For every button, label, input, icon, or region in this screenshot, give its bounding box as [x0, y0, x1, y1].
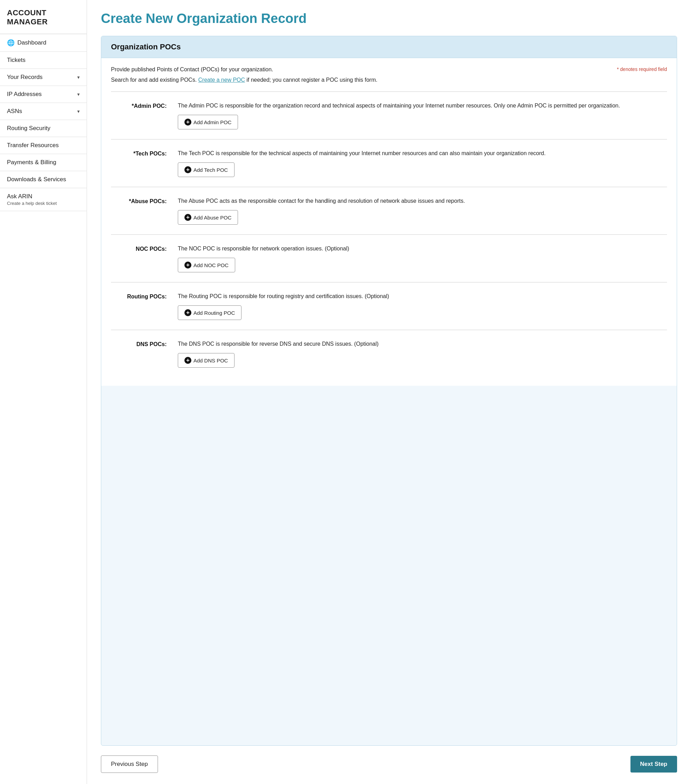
poc-sections-container: *Admin POC:The Admin POC is responsible … — [111, 91, 667, 377]
poc-section-noc-poc: NOC POCs:The NOC POC is responsible for … — [111, 234, 667, 282]
add-routing-poc-label: Add Routing POC — [193, 310, 235, 316]
poc-section-dns-poc: DNS POCs:The DNS POC is responsible for … — [111, 330, 667, 377]
poc-section-admin-poc: *Admin POC:The Admin POC is responsible … — [111, 91, 667, 139]
poc-content-admin-poc: The Admin POC is responsible for the org… — [178, 102, 667, 129]
poc-content-routing-poc: The Routing POC is responsible for routi… — [178, 292, 667, 320]
sidebar-item-your-records[interactable]: Your Records ▾ — [0, 69, 87, 86]
sidebar-item-ask-arin[interactable]: Ask ARIN Create a help desk ticket — [0, 188, 87, 211]
sidebar-item-payments-billing[interactable]: Payments & Billing — [0, 154, 87, 171]
previous-step-button[interactable]: Previous Step — [101, 756, 158, 773]
poc-content-tech-poc: The Tech POC is responsible for the tech… — [178, 149, 667, 177]
add-dns-poc-button[interactable]: +Add DNS POC — [178, 353, 234, 368]
poc-label-admin-poc: *Admin POC: — [111, 102, 174, 129]
plus-circle-icon: + — [185, 214, 191, 221]
main-content: Create New Organization Record Organizat… — [87, 0, 691, 784]
poc-description-dns-poc: The DNS POC is responsible for reverse D… — [178, 340, 667, 348]
poc-label-noc-poc: NOC POCs: — [111, 245, 174, 272]
chevron-down-icon: ▾ — [77, 91, 80, 97]
organization-pocs-card: Organization POCs Provide published Poin… — [101, 36, 677, 746]
sidebar-item-ip-addresses[interactable]: IP Addresses ▾ — [0, 86, 87, 103]
plus-circle-icon: + — [185, 119, 191, 125]
sidebar-nav: 🌐 Dashboard Tickets Your Records ▾ IP Ad… — [0, 34, 87, 211]
page-title: Create New Organization Record — [101, 11, 677, 26]
search-text: Search for and add existing POCs. Create… — [111, 77, 667, 83]
poc-label-routing-poc: Routing POCs: — [111, 292, 174, 320]
poc-label-abuse-poc: *Abuse POCs: — [111, 197, 174, 225]
poc-description-tech-poc: The Tech POC is responsible for the tech… — [178, 149, 667, 158]
card-header: Organization POCs — [101, 36, 677, 58]
add-abuse-poc-label: Add Abuse POC — [193, 215, 231, 221]
sidebar-item-dashboard[interactable]: 🌐 Dashboard — [0, 34, 87, 52]
card-body: Provide published Points of Contact (POC… — [101, 58, 677, 386]
intro-text: Provide published Points of Contact (POC… — [111, 66, 610, 73]
poc-section-abuse-poc: *Abuse POCs:The Abuse POC acts as the re… — [111, 187, 667, 234]
required-note: * denotes required field — [617, 66, 667, 72]
add-dns-poc-label: Add DNS POC — [193, 357, 228, 364]
add-admin-poc-button[interactable]: +Add Admin POC — [178, 115, 238, 129]
poc-description-noc-poc: The NOC POC is responsible for network o… — [178, 245, 667, 253]
add-tech-poc-label: Add Tech POC — [193, 167, 228, 173]
sidebar: ACCOUNT MANAGER 🌐 Dashboard Tickets Your… — [0, 0, 87, 784]
sidebar-item-asns[interactable]: ASNs ▾ — [0, 103, 87, 120]
poc-section-routing-poc: Routing POCs:The Routing POC is responsi… — [111, 282, 667, 330]
poc-description-routing-poc: The Routing POC is responsible for routi… — [178, 292, 667, 301]
poc-content-dns-poc: The DNS POC is responsible for reverse D… — [178, 340, 667, 368]
poc-content-noc-poc: The NOC POC is responsible for network o… — [178, 245, 667, 272]
sidebar-item-downloads-services[interactable]: Downloads & Services — [0, 171, 87, 188]
plus-circle-icon: + — [185, 262, 191, 268]
poc-description-abuse-poc: The Abuse POC acts as the responsible co… — [178, 197, 667, 205]
dashboard-icon: 🌐 — [7, 39, 15, 47]
chevron-down-icon: ▾ — [77, 74, 80, 80]
plus-circle-icon: + — [185, 166, 191, 173]
poc-label-tech-poc: *Tech POCs: — [111, 149, 174, 177]
poc-label-dns-poc: DNS POCs: — [111, 340, 174, 368]
sidebar-dashboard-label: Dashboard — [17, 39, 46, 46]
chevron-down-icon: ▾ — [77, 109, 80, 114]
poc-content-abuse-poc: The Abuse POC acts as the responsible co… — [178, 197, 667, 225]
sidebar-item-transfer-resources[interactable]: Transfer Resources — [0, 137, 87, 154]
card-header-title: Organization POCs — [111, 43, 181, 51]
add-admin-poc-label: Add Admin POC — [193, 119, 231, 125]
create-new-poc-link[interactable]: Create a new POC — [198, 77, 245, 83]
poc-section-tech-poc: *Tech POCs:The Tech POC is responsible f… — [111, 139, 667, 187]
next-step-button[interactable]: Next Step — [630, 756, 677, 772]
sidebar-item-routing-security[interactable]: Routing Security — [0, 120, 87, 137]
ask-arin-title: Ask ARIN — [7, 193, 80, 200]
add-abuse-poc-button[interactable]: +Add Abuse POC — [178, 210, 238, 225]
add-noc-poc-button[interactable]: +Add NOC POC — [178, 258, 235, 272]
add-noc-poc-label: Add NOC POC — [193, 262, 229, 268]
plus-circle-icon: + — [185, 309, 191, 316]
poc-description-admin-poc: The Admin POC is responsible for the org… — [178, 102, 667, 110]
ask-arin-subtitle: Create a help desk ticket — [7, 201, 80, 206]
sidebar-item-tickets[interactable]: Tickets — [0, 52, 87, 69]
footer-buttons: Previous Step Next Step — [101, 756, 677, 773]
add-routing-poc-button[interactable]: +Add Routing POC — [178, 305, 241, 320]
intro-row: Provide published Points of Contact (POC… — [111, 66, 667, 73]
app-title: ACCOUNT MANAGER — [0, 8, 87, 34]
plus-circle-icon: + — [185, 357, 191, 364]
add-tech-poc-button[interactable]: +Add Tech POC — [178, 162, 234, 177]
